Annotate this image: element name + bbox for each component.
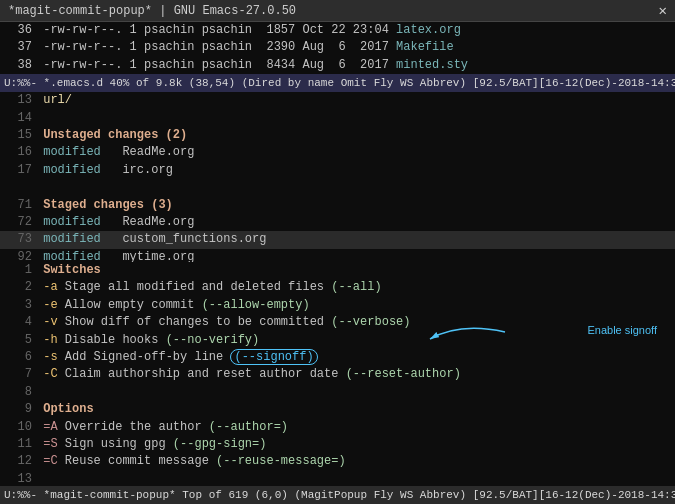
- line-16: 16 modified ReadMe.org: [0, 144, 675, 161]
- line-17: 17 modified irc.org: [0, 162, 675, 179]
- close-button[interactable]: ✕: [659, 2, 667, 19]
- window-title: *magit-commit-popup* | GNU Emacs-27.0.50: [8, 4, 296, 18]
- annotation-arrow: [380, 317, 510, 357]
- option-A: 10 =A Override the author (--author=): [0, 419, 675, 436]
- line-14: 14: [0, 110, 675, 127]
- line-37: 37 -rw-rw-r--. 1 psachin psachin 2390 Au…: [0, 39, 675, 56]
- section-switches: 1 Switches: [0, 262, 675, 279]
- switch-h: 5 -h Disable hooks (--no-verify): [0, 332, 675, 349]
- line-blank1: [0, 179, 675, 196]
- annotation-text: Enable signoff: [587, 324, 657, 336]
- line-73: 73 modified custom_functions.org: [0, 231, 675, 248]
- line-blank-8: 8: [0, 384, 675, 401]
- switch-C: 7 -C Claim authorship and reset author d…: [0, 366, 675, 383]
- line-13: 13 url/: [0, 92, 675, 109]
- switch-a: 2 -a Stage all modified and deleted file…: [0, 279, 675, 296]
- line-38: 38 -rw-rw-r--. 1 psachin psachin 8434 Au…: [0, 57, 675, 74]
- top-status-bar: U:%%- *.emacs.d 40% of 9.8k (38,54) (Dir…: [0, 74, 675, 92]
- line-71: 71 Staged changes (3): [0, 197, 675, 214]
- switch-e: 3 -e Allow empty commit (--allow-empty): [0, 297, 675, 314]
- switch-v: 4 -v Show diff of changes to be committe…: [0, 314, 675, 331]
- section-options: 9 Options: [0, 401, 675, 418]
- bottom-pane: Enable signoff 1 Switches 2 -a Stage all…: [0, 262, 675, 504]
- option-C: 12 =C Reuse commit message (--reuse-mess…: [0, 453, 675, 470]
- bottom-status-bar: U:%%- *magit-commit-popup* Top of 619 (6…: [0, 486, 675, 504]
- line-15: 15 Unstaged changes (2): [0, 127, 675, 144]
- line-92: 92 modified mytime.org: [0, 249, 675, 262]
- switch-s: 6 -s Add Signed-off-by line (--signoff): [0, 349, 675, 366]
- title-bar: *magit-commit-popup* | GNU Emacs-27.0.50…: [0, 0, 675, 22]
- line-36: 36 -rw-rw-r--. 1 psachin psachin 1857 Oc…: [0, 22, 675, 39]
- line-72: 72 modified ReadMe.org: [0, 214, 675, 231]
- option-S: 11 =S Sign using gpg (--gpg-sign=): [0, 436, 675, 453]
- top-pane: 36 -rw-rw-r--. 1 psachin psachin 1857 Oc…: [0, 22, 675, 262]
